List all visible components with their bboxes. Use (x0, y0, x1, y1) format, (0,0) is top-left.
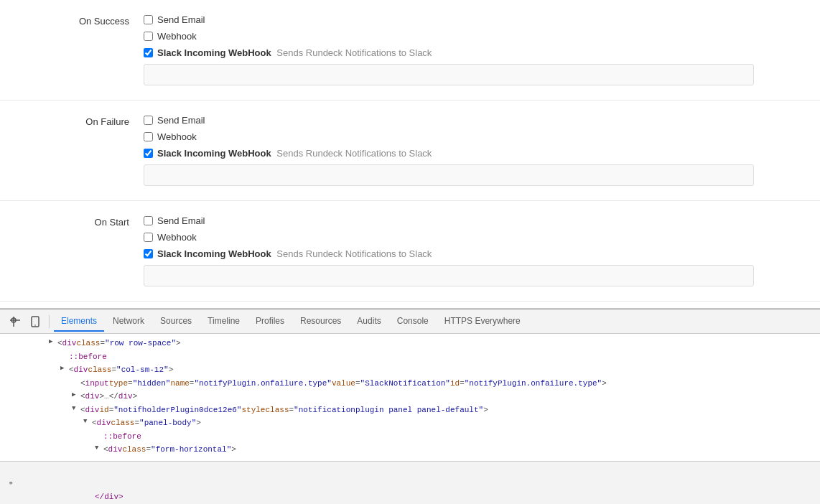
tab-audits[interactable]: Audits (350, 312, 388, 332)
expand-triangle-5[interactable]: ▶ (72, 391, 79, 401)
code-line-3[interactable]: ▶ <div class="col-sm-12"> (0, 363, 820, 377)
slack-start-plugin-panel (144, 265, 754, 286)
inspect-icon (9, 316, 21, 327)
code-line-2[interactable]: ▶ ::before (0, 350, 820, 364)
devtools-toolbar: Elements Network Sources Timeline Profil… (0, 309, 820, 334)
on-start-options: Send Email Webhook Slack Incoming WebHoo… (144, 215, 806, 286)
slack-failure-checkbox[interactable] (144, 149, 153, 158)
webhook-failure-item: Webhook (144, 131, 806, 142)
slack-start-checkbox[interactable] (144, 249, 153, 258)
send-email-start-label: Send Email (157, 215, 205, 226)
tab-https-everywhere[interactable]: HTTPS Everywhere (437, 312, 528, 332)
slack-start-item: Slack Incoming WebHook Sends Rundeck Not… (144, 248, 806, 259)
mobile-icon (30, 316, 40, 327)
expand-triangle-7[interactable]: ▼ (83, 417, 90, 427)
devtools-panel: Elements Network Sources Timeline Profil… (0, 309, 820, 504)
tab-timeline[interactable]: Timeline (200, 312, 247, 332)
slack-start-label: Slack Incoming WebHook Sends Rundeck Not… (157, 248, 432, 259)
on-failure-section: On Failure Send Email Webhook Slack Inco… (0, 101, 820, 201)
inspect-icon-btn[interactable] (6, 312, 24, 331)
send-email-success-checkbox[interactable] (144, 15, 153, 24)
tab-sources[interactable]: Sources (153, 312, 199, 332)
expand-triangle-3[interactable]: ▶ (60, 364, 67, 374)
on-failure-label: On Failure (14, 115, 144, 127)
webhook-success-item: Webhook (144, 31, 806, 42)
svg-point-2 (34, 325, 36, 326)
slack-success-plugin-panel (144, 64, 754, 85)
on-failure-options: Send Email Webhook Slack Incoming WebHoo… (144, 115, 806, 186)
devtools-elements-content: ▶ <div class="row row-space"> ▶ ::before… (0, 334, 820, 461)
slack-failure-plugin-panel (144, 164, 754, 186)
code-line-6[interactable]: ▼ <div id="notifholderPlugin0dce12e6" st… (0, 403, 820, 417)
slack-failure-item: Slack Incoming WebHook Sends Rundeck Not… (144, 148, 806, 159)
code-line-8[interactable]: ▶ ::before (0, 430, 820, 444)
expand-triangle-6[interactable]: ▼ (72, 404, 79, 414)
quote-text: " (9, 481, 814, 490)
webhook-failure-label: Webhook (157, 131, 197, 142)
slack-success-item: Slack Incoming WebHook Sends Rundeck Not… (144, 47, 806, 58)
code-line-4[interactable]: ▶ <input type="hidden" name="notifyPlugi… (0, 377, 820, 391)
send-email-success-item: Send Email (144, 14, 806, 25)
toolbar-divider (49, 315, 50, 328)
on-success-options: Send Email Webhook Slack Incoming WebHoo… (144, 14, 806, 85)
expand-triangle-1[interactable]: ▶ (49, 337, 56, 347)
on-success-section: On Success Send Email Webhook Slack Inco… (0, 0, 820, 101)
devtools-bottom-area: " </div> (0, 461, 820, 504)
webhook-start-item: Webhook (144, 232, 806, 243)
webhook-failure-checkbox[interactable] (144, 132, 153, 141)
code-line-7[interactable]: ▼ <div class="panel-body"> (0, 416, 820, 430)
slack-success-label: Slack Incoming WebHook Sends Rundeck Not… (157, 47, 432, 58)
on-start-label: On Start (14, 215, 144, 228)
webhook-success-checkbox[interactable] (144, 32, 153, 41)
tab-profiles[interactable]: Profiles (248, 312, 292, 332)
code-line-1[interactable]: ▶ <div class="row row-space"> (0, 337, 820, 350)
tab-elements[interactable]: Elements (54, 312, 104, 332)
on-start-section: On Start Send Email Webhook Slack Incomi… (0, 201, 820, 302)
send-email-failure-item: Send Email (144, 115, 806, 126)
webhook-start-label: Webhook (157, 232, 197, 243)
webhook-success-label: Webhook (157, 31, 197, 42)
notifications-panel: On Success Send Email Webhook Slack Inco… (0, 0, 820, 309)
mobile-icon-btn[interactable] (26, 312, 45, 331)
code-line-9[interactable]: ▼ <div class="form-horizontal"> (0, 443, 820, 457)
send-email-failure-checkbox[interactable] (144, 116, 153, 125)
tab-network[interactable]: Network (106, 312, 152, 332)
expand-triangle-9[interactable]: ▼ (95, 444, 102, 454)
code-line-5[interactable]: ▶ <div> … </div> (0, 390, 820, 403)
slack-failure-label: Slack Incoming WebHook Sends Rundeck Not… (157, 148, 432, 159)
send-email-success-label: Send Email (157, 14, 205, 25)
send-email-start-checkbox[interactable] (144, 216, 153, 225)
tab-resources[interactable]: Resources (293, 312, 348, 332)
send-email-start-item: Send Email (144, 215, 806, 226)
on-success-label: On Success (14, 14, 144, 27)
closing-div-tag: </div> (9, 493, 814, 501)
send-email-failure-label: Send Email (157, 115, 205, 126)
webhook-start-checkbox[interactable] (144, 233, 153, 242)
tab-console[interactable]: Console (390, 312, 436, 332)
slack-success-checkbox[interactable] (144, 48, 153, 57)
